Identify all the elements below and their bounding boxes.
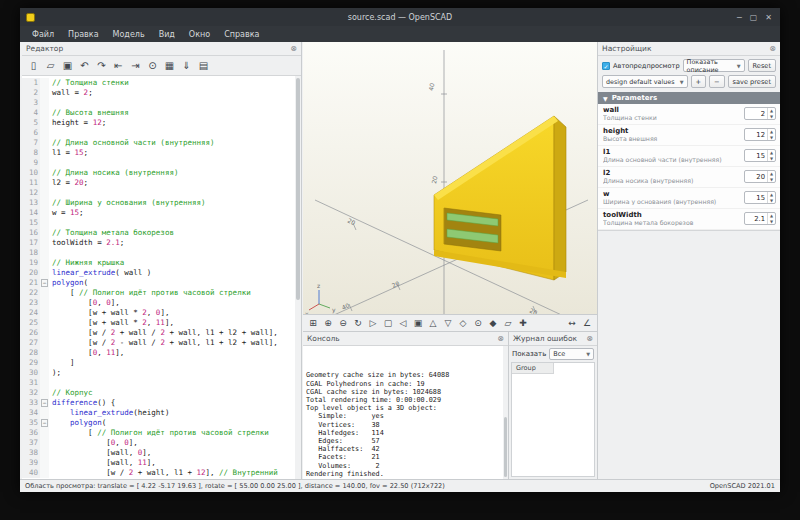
spinbox-value[interactable]: 2.1 <box>745 215 767 223</box>
code-line[interactable]: 15 <box>22 218 295 228</box>
left-view-icon[interactable]: ◁ <box>396 316 410 330</box>
code-line[interactable]: 33−difference() { <box>22 398 295 408</box>
code-line[interactable]: 5height = 12; <box>22 118 295 128</box>
customizer-close-icon[interactable]: ⊗ <box>769 44 776 53</box>
code-line[interactable]: 28 [0, 11], <box>22 348 295 358</box>
titlebar[interactable]: source.scad — OpenSCAD ─ ▢ ✕ <box>20 8 780 26</box>
spin-down-icon[interactable]: ▼ <box>768 219 775 225</box>
code-line[interactable]: 36 [ // Полигон идёт против часовой стре… <box>22 428 295 438</box>
code-line[interactable]: 3 <box>22 98 295 108</box>
right-view-icon[interactable]: ▷ <box>366 316 380 330</box>
code-line[interactable]: 27 [w / 2 - wall / 2 + wall, l1 + l2 + w… <box>22 338 295 348</box>
error-filter-dropdown[interactable]: Все ▼ <box>549 348 594 360</box>
perspective-icon[interactable]: ◆ <box>486 316 500 330</box>
preview-icon[interactable]: ⊙ <box>145 58 160 73</box>
console-scrollbar[interactable] <box>503 346 508 479</box>
minimize-button[interactable]: ─ <box>737 13 742 22</box>
spin-down-icon[interactable]: ▼ <box>768 156 775 162</box>
preset-dropdown[interactable]: design default values ▼ <box>602 75 688 88</box>
editor-scrollbar-thumb[interactable] <box>296 78 300 300</box>
zoom-in-icon[interactable]: ⊕ <box>321 316 335 330</box>
code-line[interactable]: 34 linear_extrude(height) <box>22 408 295 418</box>
3d-viewport[interactable]: z x y 40202020402040 <box>303 42 597 315</box>
editor-scrollbar[interactable] <box>295 76 301 479</box>
height-spinbox[interactable]: 12▲▼ <box>744 128 776 141</box>
code-line[interactable]: 30); <box>22 368 295 378</box>
code-line[interactable]: 40 [w / 2 + wall, l1 + 12], // Внутренни… <box>22 468 295 478</box>
code-line[interactable]: 18 <box>22 248 295 258</box>
l2-spinbox[interactable]: 20▲▼ <box>744 170 776 183</box>
code-line[interactable]: 19// Нижняя крышка <box>22 258 295 268</box>
zoom-out-icon[interactable]: ⊖ <box>336 316 350 330</box>
fold-marker-icon[interactable]: − <box>40 418 49 428</box>
console-output[interactable]: Geometry cache size in bytes: 64088CGAL … <box>303 346 508 479</box>
menu-item-6[interactable]: Справка <box>218 28 265 41</box>
code-line[interactable]: 9 <box>22 158 295 168</box>
new-file-icon[interactable]: ▯ <box>26 58 41 73</box>
model-3d[interactable] <box>434 116 566 280</box>
code-editor[interactable]: 1// Толщина стенки2wall = 2;34// Высота … <box>22 76 301 479</box>
orthogonal-icon[interactable]: ▱ <box>501 316 515 330</box>
code-line[interactable]: 12 <box>22 188 295 198</box>
export-stl-icon[interactable]: ⇓ <box>179 58 194 73</box>
save-preset-button[interactable]: save preset <box>728 75 776 88</box>
code-line[interactable]: 6 <box>22 128 295 138</box>
menu-item-4[interactable]: Вид <box>153 28 181 41</box>
code-line[interactable]: 22 [ // Полигон идёт против часовой стре… <box>22 288 295 298</box>
code-line[interactable]: 38 [wall, 0], <box>22 448 295 458</box>
center-view-icon[interactable]: ⊙ <box>471 316 485 330</box>
editor-close-icon[interactable]: ⊗ <box>290 44 297 53</box>
spinbox-value[interactable]: 15 <box>745 194 767 202</box>
fold-marker-icon[interactable]: − <box>40 278 49 288</box>
error-log-close-icon[interactable]: ⊗ <box>586 334 593 343</box>
open-file-icon[interactable]: ▱ <box>43 58 58 73</box>
spinbox-value[interactable]: 15 <box>745 152 767 160</box>
front-view-icon[interactable]: ▢ <box>381 316 395 330</box>
console-scrollbar-thumb[interactable] <box>504 417 507 477</box>
view-all-icon[interactable]: ⊞ <box>306 316 320 330</box>
menu-item-1[interactable]: Файл <box>26 28 60 41</box>
remove-preset-button[interactable]: − <box>709 75 725 88</box>
back-view-icon[interactable]: ▣ <box>411 316 425 330</box>
spin-down-icon[interactable]: ▼ <box>768 114 775 120</box>
code-line[interactable]: 37 [0, 0], <box>22 438 295 448</box>
unindent-icon[interactable]: ⇤ <box>111 58 126 73</box>
spin-down-icon[interactable]: ▼ <box>768 198 775 204</box>
close-button[interactable]: ✕ <box>765 13 772 22</box>
console-close-icon[interactable]: ⊗ <box>497 334 504 343</box>
show-axes-icon[interactable]: ✚ <box>516 316 530 330</box>
indent-icon[interactable]: ⇥ <box>128 58 143 73</box>
diagonal-view-icon[interactable]: ◇ <box>456 316 470 330</box>
reset-button[interactable]: Reset <box>748 59 776 72</box>
bottom-view-icon[interactable]: ▽ <box>441 316 455 330</box>
code-line[interactable]: 11l2 = 20; <box>22 178 295 188</box>
auto-preview-checkbox[interactable]: ✓ <box>602 62 610 70</box>
undo-icon[interactable]: ↶ <box>77 58 92 73</box>
code-line[interactable]: 35− polygon( <box>22 418 295 428</box>
code-line[interactable]: 20linear_extrude( wall ) <box>22 268 295 278</box>
print-icon[interactable]: ▤ <box>196 58 211 73</box>
add-preset-button[interactable]: + <box>691 75 707 88</box>
spinbox-value[interactable]: 20 <box>745 173 767 181</box>
show-details-dropdown[interactable]: Показать описание ▼ <box>683 59 745 72</box>
error-log-table[interactable]: Group <box>511 362 595 477</box>
parameters-group-header[interactable]: ▼ Parameters <box>598 92 780 104</box>
code-line[interactable]: 16// Толщина метала бокорезов <box>22 228 295 238</box>
code-line[interactable]: 2wall = 2; <box>22 88 295 98</box>
reset-view-icon[interactable]: ↻ <box>351 316 365 330</box>
top-view-icon[interactable]: △ <box>426 316 440 330</box>
code-line[interactable]: 39 [wall, 11], <box>22 458 295 468</box>
code-line[interactable]: 21−polygon( <box>22 278 295 288</box>
code-line[interactable]: 31 <box>22 378 295 388</box>
measure-angle-icon[interactable]: ∠ <box>580 316 594 330</box>
w-spinbox[interactable]: 15▲▼ <box>744 191 776 204</box>
menu-item-3[interactable]: Модель <box>107 28 151 41</box>
code-line[interactable]: 29 ] <box>22 358 295 368</box>
code-line[interactable]: 7// Длина основной части (внутренняя) <box>22 138 295 148</box>
code-line[interactable]: 4// Высота внешняя <box>22 108 295 118</box>
spinbox-value[interactable]: 2 <box>745 110 767 118</box>
menu-item-5[interactable]: Окно <box>183 28 216 41</box>
code-line[interactable]: 32// Корпус <box>22 388 295 398</box>
spin-down-icon[interactable]: ▼ <box>768 135 775 141</box>
toolWidth-spinbox[interactable]: 2.1▲▼ <box>744 212 776 225</box>
